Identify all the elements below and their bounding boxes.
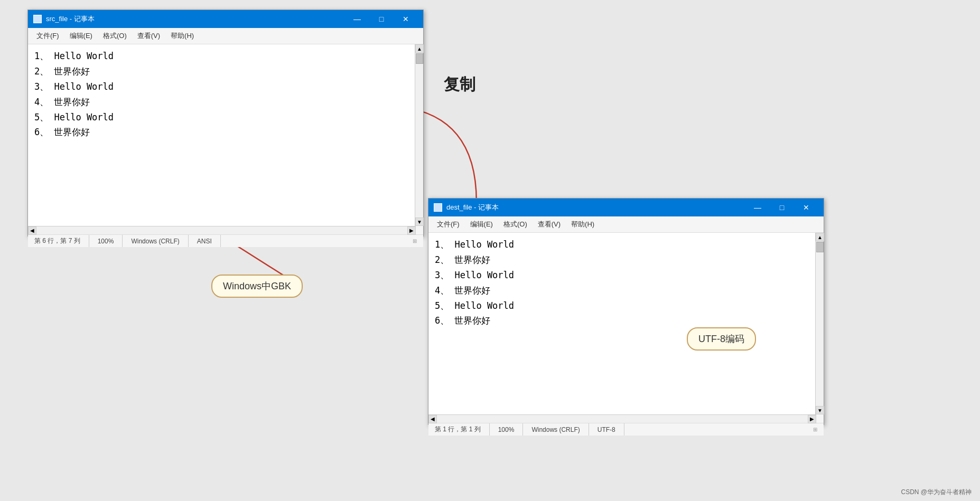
src-status-bar: 第 6 行，第 7 列 100% Windows (CRLF) ANSI ⊞ [28, 234, 423, 247]
src-line-5: 5、 Hello World [34, 110, 409, 125]
dest-maximize-btn[interactable]: □ [770, 199, 794, 216]
src-window-icon [33, 15, 42, 23]
src-minimize-btn[interactable]: — [345, 11, 369, 27]
utf8-annotation-text: UTF-8编码 [698, 334, 744, 344]
utf8-annotation-box: UTF-8编码 [687, 327, 756, 351]
dest-title-buttons: — □ ✕ [745, 199, 818, 216]
dest-close-btn[interactable]: ✕ [794, 199, 818, 216]
watermark: CSDN @华为奋斗者精神 [901, 488, 972, 497]
dest-status-icon: ⊞ [813, 427, 819, 432]
src-notepad-window: src_file - 记事本 — □ ✕ 文件(F) 编辑(E) 格式(O) 查… [27, 10, 424, 237]
dest-status-position: 第 1 行，第 1 列 [433, 423, 490, 436]
copy-label: 复制 [444, 74, 475, 96]
src-scroll-up-btn[interactable]: ▲ [415, 44, 424, 53]
dest-window-icon [434, 203, 442, 212]
src-menu-help[interactable]: 帮助(H) [166, 30, 198, 42]
dest-notepad-window: dest_file - 记事本 — □ ✕ 文件(F) 编辑(E) 格式(O) … [428, 198, 824, 425]
src-status-encoding: ANSI [189, 235, 221, 247]
gbk-annotation-text: Windows中GBK [223, 281, 291, 291]
dest-scroll-down-btn[interactable]: ▼ [816, 406, 824, 414]
src-status-position: 第 6 行，第 7 列 [32, 235, 89, 247]
dest-scrollbar-v[interactable]: ▲ ▼ [815, 233, 824, 414]
src-line-2: 2、 世界你好 [34, 64, 409, 79]
dest-status-zoom: 100% [490, 423, 524, 436]
dest-title-left: dest_file - 记事本 [434, 203, 499, 212]
dest-menu-bar: 文件(F) 编辑(E) 格式(O) 查看(V) 帮助(H) [428, 216, 824, 233]
dest-line-2: 2、 世界你好 [435, 252, 810, 268]
dest-scroll-right-btn[interactable]: ▶ [808, 415, 816, 423]
dest-menu-edit[interactable]: 编辑(E) [466, 218, 497, 231]
src-line-3: 3、 Hello World [34, 79, 409, 94]
src-menu-format[interactable]: 格式(O) [99, 30, 131, 42]
dest-scroll-thumb[interactable] [816, 242, 824, 252]
src-close-btn[interactable]: ✕ [394, 11, 418, 27]
src-title-bar: src_file - 记事本 — □ ✕ [28, 10, 423, 28]
gbk-annotation-box: Windows中GBK [211, 275, 303, 298]
dest-line-5: 5、 Hello World [435, 298, 810, 314]
dest-line-1: 1、 Hello World [435, 237, 810, 252]
dest-status-bar: 第 1 行，第 1 列 100% Windows (CRLF) UTF-8 ⊞ [428, 423, 824, 436]
src-maximize-btn[interactable]: □ [369, 11, 394, 27]
src-scroll-right-btn[interactable]: ▶ [407, 226, 416, 235]
dest-scrollbar-h[interactable]: ◀ ▶ [428, 414, 816, 423]
src-status-line-ending: Windows (CRLF) [123, 235, 188, 247]
dest-menu-file[interactable]: 文件(F) [433, 218, 464, 231]
dest-window-title: dest_file - 记事本 [446, 203, 499, 212]
src-scrollbar-h[interactable]: ◀ ▶ [28, 226, 416, 234]
src-menu-edit[interactable]: 编辑(E) [66, 30, 97, 42]
dest-menu-help[interactable]: 帮助(H) [567, 218, 599, 231]
src-menu-bar: 文件(F) 编辑(E) 格式(O) 查看(V) 帮助(H) [28, 28, 423, 44]
src-title-buttons: — □ ✕ [345, 11, 418, 27]
src-scroll-left-btn[interactable]: ◀ [28, 226, 36, 235]
dest-line-3: 3、 Hello World [435, 268, 810, 283]
dest-line-4: 4、 世界你好 [435, 283, 810, 298]
src-menu-file[interactable]: 文件(F) [32, 30, 63, 42]
dest-line-6: 6、 世界你好 [435, 313, 810, 328]
src-window-title: src_file - 记事本 [46, 14, 95, 24]
src-scroll-thumb[interactable] [416, 53, 423, 64]
dest-title-bar: dest_file - 记事本 — □ ✕ [428, 198, 824, 216]
dest-menu-view[interactable]: 查看(V) [534, 218, 565, 231]
dest-menu-format[interactable]: 格式(O) [499, 218, 531, 231]
src-title-left: src_file - 记事本 [33, 14, 95, 24]
dest-minimize-btn[interactable]: — [745, 199, 770, 216]
src-menu-view[interactable]: 查看(V) [133, 30, 164, 42]
dest-status-encoding: UTF-8 [589, 423, 624, 436]
src-line-4: 4、 世界你好 [34, 94, 409, 110]
dest-content-area[interactable]: 1、 Hello World 2、 世界你好 3、 Hello World 4、… [428, 233, 816, 414]
dest-scroll-left-btn[interactable]: ◀ [428, 415, 437, 423]
src-scroll-down-btn[interactable]: ▼ [415, 218, 424, 226]
dest-status-line-ending: Windows (CRLF) [523, 423, 589, 436]
src-content-area[interactable]: 1、 Hello World 2、 世界你好 3、 Hello World 4、… [28, 44, 416, 226]
src-status-icon: ⊞ [413, 238, 419, 244]
src-status-zoom: 100% [89, 235, 123, 247]
dest-scroll-up-btn[interactable]: ▲ [816, 233, 824, 241]
src-scrollbar-v[interactable]: ▲ ▼ [415, 44, 423, 226]
src-line-1: 1、 Hello World [34, 49, 409, 64]
src-line-6: 6、 世界你好 [34, 125, 409, 140]
